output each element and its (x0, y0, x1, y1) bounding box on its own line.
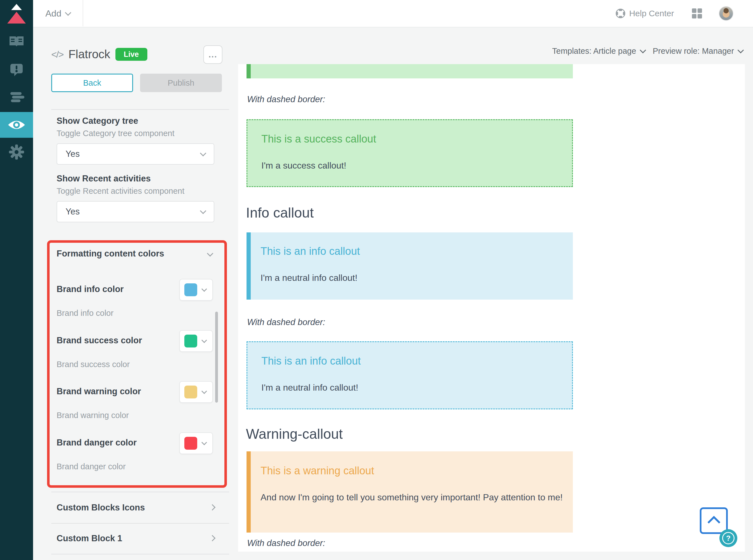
warning-color-picker[interactable] (179, 381, 213, 403)
chevron-down-icon (201, 388, 207, 394)
app-logo[interactable] (0, 0, 33, 27)
live-status-badge: Live (115, 48, 147, 61)
info-callout: This is an info callout I'm a neutral in… (247, 233, 573, 300)
chevron-down-icon (201, 286, 207, 292)
color-desc-danger: Brand danger color (57, 462, 126, 471)
theme-more-options-button[interactable]: ... (204, 45, 223, 64)
warning-color-swatch (184, 385, 197, 398)
preview-role-dropdown[interactable]: Preview role: Manager (653, 45, 743, 57)
warning-callout: This is a warning callout And now I'm go… (247, 452, 573, 533)
gear-icon (9, 144, 24, 160)
chevron-down-icon (738, 47, 744, 54)
templates-dropdown-label: Templates: Article page (552, 46, 636, 56)
callout-title: This is a success callout (262, 133, 376, 145)
chevron-down-icon (65, 9, 72, 16)
color-label-warning: Brand warning color (57, 386, 141, 397)
chevron-down-icon (200, 208, 207, 214)
setting-desc-recent-activities: Toggle Recent activities component (57, 186, 184, 196)
scroll-to-top-button[interactable] (700, 507, 728, 534)
add-dropdown[interactable]: Add (45, 0, 70, 27)
callout-accent-bar (247, 64, 251, 78)
panel-divider (51, 554, 229, 554)
color-desc-warning: Brand warning color (57, 411, 129, 420)
chevron-down-icon (201, 337, 207, 343)
apps-grid-icon[interactable] (691, 8, 702, 19)
preview-role-dropdown-label: Preview role: Manager (653, 46, 734, 56)
theme-name: Flatrock (69, 47, 110, 61)
user-avatar[interactable] (719, 6, 733, 21)
callout-body: And now I'm going to tell you something … (260, 491, 563, 504)
category-tree-select-value: Yes (65, 149, 201, 159)
theme-header: </> Flatrock Live (51, 45, 147, 63)
success-callout-partial (247, 64, 573, 78)
callout-accent-bar (247, 452, 251, 533)
panel-divider (51, 523, 229, 524)
book-icon (9, 36, 24, 48)
setting-label-category-tree: Show Category tree (57, 116, 138, 126)
help-bubble-button[interactable]: ? (719, 529, 737, 547)
color-desc-info: Brand info color (57, 308, 113, 318)
logo-triangle-small (11, 4, 22, 10)
sidebar-item-knowledge-base[interactable] (0, 28, 33, 56)
color-label-success: Brand success color (57, 336, 142, 345)
custom-blocks-icons-link[interactable]: Custom Blocks Icons (57, 503, 145, 513)
top-navigation-bar: Add Help Center (33, 0, 753, 27)
sidebar-item-settings[interactable] (0, 138, 33, 166)
color-label-info: Brand info color (57, 284, 123, 294)
chevron-down-icon (201, 440, 207, 445)
panel-divider (51, 109, 229, 110)
eye-icon (7, 119, 26, 131)
success-callout-dashed: This is a success callout I'm a success … (247, 119, 573, 187)
dashed-border-note: With dashed border: (247, 94, 325, 104)
info-color-picker[interactable] (179, 279, 213, 301)
recent-activities-select-value: Yes (65, 207, 201, 217)
chevron-up-icon (707, 516, 720, 529)
info-color-swatch (184, 283, 197, 296)
setting-desc-category-tree: Toggle Category tree component (57, 129, 175, 138)
chevron-right-icon (209, 504, 216, 511)
info-section-heading: Info callout (246, 205, 314, 221)
templates-dropdown[interactable]: Templates: Article page (552, 45, 645, 57)
text-lines-icon (9, 92, 24, 103)
help-center-label: Help Center (629, 9, 674, 18)
sidebar-item-preview[interactable] (0, 112, 33, 138)
theme-editor-app: Add Help Center (0, 0, 753, 560)
lifebuoy-icon (616, 9, 625, 18)
dashed-border-note: With dashed border: (247, 538, 325, 548)
callout-title: This is a warning callout (260, 465, 374, 477)
back-button[interactable]: Back (51, 74, 133, 92)
chevron-right-icon (209, 535, 216, 541)
logo-triangle-big (7, 12, 26, 23)
recent-activities-select[interactable]: Yes (57, 201, 214, 222)
topbar-right-group: Help Center (616, 0, 733, 27)
callout-body: I'm a neutral info callout! (262, 381, 358, 394)
callout-accent-bar (247, 233, 251, 300)
danger-color-swatch (184, 437, 197, 450)
code-icon: </> (51, 49, 63, 60)
chevron-down-icon (640, 47, 646, 54)
callout-body: I'm a neutral info callout! (260, 271, 358, 284)
dashed-border-note: With dashed border: (247, 317, 325, 327)
sidebar-item-articles[interactable] (0, 83, 33, 111)
callout-title: This is an info callout (262, 355, 361, 367)
callout-title: This is an info callout (260, 245, 360, 257)
sidebar-item-feedback[interactable] (0, 56, 33, 84)
colors-section-title: Formatting content colors (57, 248, 164, 259)
main-sidebar (0, 0, 33, 560)
help-center-link[interactable]: Help Center (616, 9, 674, 18)
panel-scrollbar[interactable] (215, 312, 218, 403)
category-tree-select[interactable]: Yes (57, 143, 214, 165)
info-callout-dashed: This is an info callout I'm a neutral in… (247, 341, 573, 409)
color-label-danger: Brand danger color (57, 438, 137, 448)
publish-button[interactable]: Publish (140, 74, 222, 92)
topbar-divider (83, 0, 83, 26)
add-dropdown-label: Add (45, 8, 61, 19)
custom-block-1-link[interactable]: Custom Block 1 (57, 534, 122, 543)
setting-label-recent-activities: Show Recent activities (57, 174, 151, 184)
danger-color-picker[interactable] (179, 432, 213, 454)
chevron-down-icon (200, 150, 207, 157)
success-color-picker[interactable] (179, 330, 213, 352)
warning-section-heading: Warning-callout (246, 426, 343, 442)
question-mark-icon: ? (722, 532, 734, 544)
panel-divider (51, 492, 229, 492)
